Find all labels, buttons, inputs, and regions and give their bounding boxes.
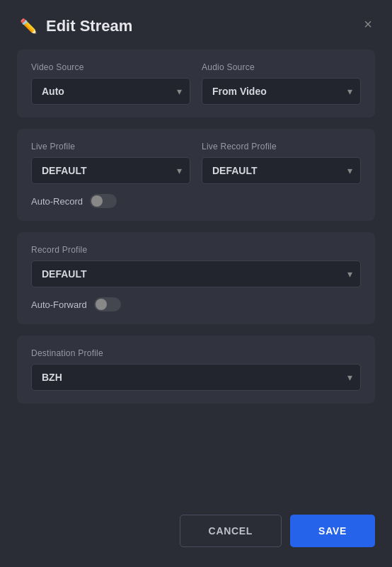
- destination-profile-field: Destination Profile BZH ▾: [31, 348, 361, 391]
- source-row: Video Source Auto ▾ Audio Source From Vi…: [31, 62, 361, 105]
- record-profile-wrapper: DEFAULT ▾: [31, 260, 361, 287]
- audio-source-label: Audio Source: [202, 62, 361, 72]
- source-section: Video Source Auto ▾ Audio Source From Vi…: [17, 50, 375, 118]
- live-section: Live Profile DEFAULT ▾ Live Record Profi…: [17, 129, 375, 221]
- record-profile-select[interactable]: DEFAULT: [31, 260, 361, 287]
- video-source-select[interactable]: Auto: [31, 78, 190, 105]
- modal-title: Edit Stream: [46, 17, 132, 35]
- auto-record-toggle[interactable]: [90, 194, 117, 208]
- modal-header: ✏️ Edit Stream ×: [0, 0, 392, 50]
- video-source-field: Video Source Auto ▾: [31, 62, 190, 105]
- auto-record-label: Auto-Record: [31, 196, 83, 207]
- cancel-button[interactable]: CANCEL: [180, 515, 282, 547]
- save-button[interactable]: SAVE: [290, 515, 375, 547]
- live-record-profile-wrapper: DEFAULT ▾: [202, 157, 361, 184]
- auto-forward-label: Auto-Forward: [31, 299, 87, 310]
- live-profile-select[interactable]: DEFAULT: [31, 157, 190, 184]
- auto-record-thumb: [91, 195, 103, 207]
- live-record-profile-select[interactable]: DEFAULT: [202, 157, 361, 184]
- destination-profile-wrapper: BZH ▾: [31, 364, 361, 391]
- record-profile-label: Record Profile: [31, 245, 361, 255]
- live-record-profile-label: Live Record Profile: [202, 142, 361, 151]
- close-button[interactable]: ×: [361, 14, 375, 34]
- edit-stream-icon: ✏️: [20, 18, 38, 35]
- live-record-profile-field: Live Record Profile DEFAULT ▾: [202, 142, 361, 184]
- auto-forward-thumb: [96, 299, 107, 310]
- audio-source-wrapper: From Video ▾: [202, 78, 361, 105]
- audio-source-field: Audio Source From Video ▾: [202, 62, 361, 105]
- destination-section: Destination Profile BZH ▾: [17, 336, 375, 403]
- record-profile-field: Record Profile DEFAULT ▾: [31, 245, 361, 287]
- live-profile-wrapper: DEFAULT ▾: [31, 157, 190, 184]
- destination-profile-label: Destination Profile: [31, 348, 361, 358]
- auto-record-row: Auto-Record: [31, 194, 361, 208]
- modal-body: Video Source Auto ▾ Audio Source From Vi…: [0, 50, 392, 500]
- live-profile-row: Live Profile DEFAULT ▾ Live Record Profi…: [31, 142, 361, 184]
- destination-profile-select[interactable]: BZH: [31, 364, 361, 391]
- record-section: Record Profile DEFAULT ▾ Auto-Forward: [17, 232, 375, 324]
- modal-footer: CANCEL SAVE: [0, 500, 392, 567]
- edit-stream-modal: ✏️ Edit Stream × Video Source Auto ▾ Aud…: [0, 0, 392, 567]
- live-profile-field: Live Profile DEFAULT ▾: [31, 142, 190, 184]
- video-source-label: Video Source: [31, 62, 190, 72]
- live-profile-label: Live Profile: [31, 142, 190, 151]
- auto-forward-toggle[interactable]: [94, 297, 121, 311]
- audio-source-select[interactable]: From Video: [202, 78, 361, 105]
- auto-forward-row: Auto-Forward: [31, 297, 361, 311]
- video-source-wrapper: Auto ▾: [31, 78, 190, 105]
